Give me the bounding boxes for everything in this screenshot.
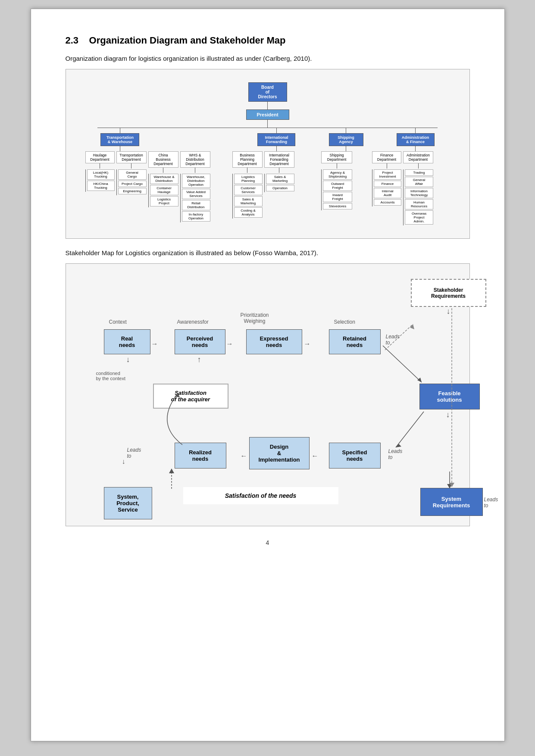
l3-finance: Finance	[374, 181, 401, 187]
svg-marker-8	[169, 469, 174, 473]
arrow-down-real: ↓	[126, 355, 130, 364]
arrow-r1-3: →	[304, 340, 311, 348]
tw-l2-nodes: HaulageDepartment Local(HK)Trucking HK/C…	[85, 151, 210, 222]
stakeholder-map: StakeholderRequirements Context Awarenes…	[70, 277, 465, 527]
svg-marker-3	[417, 378, 422, 382]
af-vline	[415, 128, 416, 133]
arrow-up-perceived: ↑	[197, 355, 201, 364]
l3-wh-dist: Warehouse &Distribution	[150, 174, 178, 184]
admin-dept-node: AdministrationDepartment	[403, 151, 433, 163]
l3-local-hk: Local(HK)Trucking	[87, 169, 115, 180]
satisfaction-needs-box: Satisfaction of the needs	[183, 487, 338, 504]
l3-inward-freight: InwardFreight	[323, 192, 352, 202]
l3-container-haulage: ContainerHaulage	[150, 185, 178, 195]
intl-fwd-l3: Sales &Marketing Operation	[264, 174, 294, 192]
l3-accounts: Accounts	[374, 199, 401, 206]
arrow-specified-to-design: ←	[312, 452, 319, 460]
system-product-service-box: System,Product,Service	[104, 487, 152, 519]
l3-project-cargo: Project Cargo	[118, 181, 147, 187]
l3-operation: Operation	[266, 185, 294, 191]
section-title: Organization Diagram and Stakeholder Map	[89, 35, 286, 46]
org-chart-inner: BoardofDirectors President Transportatio…	[70, 78, 465, 230]
china-biz-dept-node: ChinaBusinessDepartment	[148, 151, 178, 168]
l3-sales-marketing1: Sales &Marketing	[234, 196, 263, 206]
biz-planning-l3: LogisticsPlanning CustomerServices Sales…	[232, 174, 263, 219]
leads-to-left: Leadsto	[127, 447, 141, 459]
finance-dept-col: FinanceDepartment ProjectInvestment Fina…	[372, 151, 401, 225]
l3-hkchina: HK/ChinaTrucking	[87, 181, 115, 191]
stakeholder-map-diagram: StakeholderRequirements Context Awarenes…	[66, 263, 470, 526]
l3-sales-marketing2: Sales &Marketing	[266, 174, 294, 184]
stakeholder-intro: Stakeholder Map for Logistics organizati…	[66, 249, 470, 256]
l3-agency-shipbroking: Agency &Shipbroking	[323, 169, 352, 180]
trans-warehouse-col: Transportation& Warehouse	[100, 128, 139, 151]
expressed-needs-box: Expressedneeds	[246, 329, 302, 354]
system-realized-arrow	[163, 466, 180, 490]
biz-planning-col: BusinessPlanningDepartment LogisticsPlan…	[232, 151, 263, 219]
admin-finance-node: Administration& Finance	[397, 133, 435, 146]
arrow-down-leads-left: ↓	[122, 458, 125, 465]
page: 2.3 Organization Diagram and Stakeholder…	[31, 9, 505, 741]
l3-stevedores: Stevedores	[323, 203, 352, 209]
admin-l3: Trading GeneralAffair InformationTechnol…	[403, 169, 433, 225]
real-needs-box: Realneeds	[104, 329, 150, 354]
l3-engineering: Engineering	[118, 188, 147, 194]
feasible-specified-svg	[394, 409, 428, 450]
l3-costing: Costing &Analysis	[234, 207, 263, 218]
intl-fwd-node: InternationalForwarding	[257, 133, 295, 146]
page-number: 4	[66, 539, 470, 546]
org-chart-diagram: BoardofDirectors President Transportatio…	[66, 69, 470, 239]
l2-row: HaulageDepartment Local(HK)Trucking HK/C…	[75, 151, 461, 225]
l3-human-resources: HumanResources	[405, 199, 433, 209]
haulage-dept-node: HaulageDepartment	[85, 151, 115, 163]
if-vline2	[276, 146, 277, 151]
realized-satisfaction-svg	[152, 389, 187, 447]
admin-finance-col: Administration& Finance	[397, 128, 435, 151]
top-dept-row: Transportation& Warehouse InternationalF…	[84, 128, 451, 151]
svg-marker-5	[396, 444, 401, 447]
arrow-design-to-realized: ←	[241, 452, 247, 460]
tw-sub-group: HaulageDepartment Local(HK)Trucking HK/C…	[83, 151, 213, 225]
selection-label: Selection	[334, 319, 355, 325]
arrow-r1-2: →	[226, 340, 233, 348]
l3-infactory: In-factoryOperation	[182, 211, 210, 222]
stakeholder-req-box: StakeholderRequirements	[411, 279, 486, 307]
china-biz-dept-col: ChinaBusinessDepartment Warehouse &Distr…	[148, 151, 178, 222]
l3-trading: Trading	[405, 169, 433, 176]
whs-l3: Warehouse,DistributionOperation Value Ad…	[180, 174, 210, 222]
board-vline	[267, 102, 268, 109]
context-label: Context	[109, 319, 127, 325]
intro-text: Organization diagram for logistics organ…	[66, 55, 470, 62]
intl-fwd-col: InternationalForwarding	[257, 128, 295, 151]
l3-project-investment: ProjectInvestment	[374, 169, 401, 180]
board-node: BoardofDirectors	[248, 82, 287, 102]
transport-l3: GeneralCargo Project Cargo Engineering	[116, 169, 147, 195]
admin-dept-col: AdministrationDepartment Trading General…	[403, 151, 433, 225]
tw-vline	[120, 128, 120, 133]
svg-line-2	[383, 346, 422, 382]
l3-outward-freight: OutwardFreight	[323, 181, 352, 191]
shipping-agency-col: ShippingAgency	[329, 128, 363, 151]
retained-feasible-svg	[381, 337, 424, 393]
president-col: President	[246, 109, 289, 128]
awareness-label: Awarenessfor	[177, 319, 209, 325]
china-biz-l3: Warehouse &Distribution ContainerHaulage…	[148, 174, 178, 207]
finance-l3: ProjectInvestment Finance InternalAudit …	[372, 169, 401, 206]
if-vline	[276, 128, 277, 133]
l3-retail-dist: RetailDistribution	[182, 200, 210, 210]
arrow-r1-1: →	[151, 340, 158, 348]
whs-dept-node: WHS &DistributionDepartment	[180, 151, 210, 168]
biz-intl-group: BusinessPlanningDepartment LogisticsPlan…	[225, 151, 301, 225]
sa-vline2	[346, 146, 346, 151]
sa-vline	[346, 128, 346, 133]
prioritization-label: PrioritizationWeighing	[241, 312, 269, 324]
trans-warehouse-node: Transportation& Warehouse	[100, 133, 139, 146]
shipping-dept-node: ShippingDepartment	[321, 151, 352, 163]
af-vline2	[415, 146, 416, 151]
biz-planning-node: BusinessPlanningDepartment	[232, 151, 263, 168]
admin-finance-group: FinanceDepartment ProjectInvestment Fina…	[372, 151, 452, 225]
whs-dept-col: WHS &DistributionDepartment Warehouse,Di…	[180, 151, 210, 222]
system-requirements-box: SystemRequirements	[420, 488, 483, 516]
section-num: 2.3	[66, 35, 79, 46]
intl-fwd-dept-node: InternationalForwardingDepartment	[264, 151, 294, 168]
